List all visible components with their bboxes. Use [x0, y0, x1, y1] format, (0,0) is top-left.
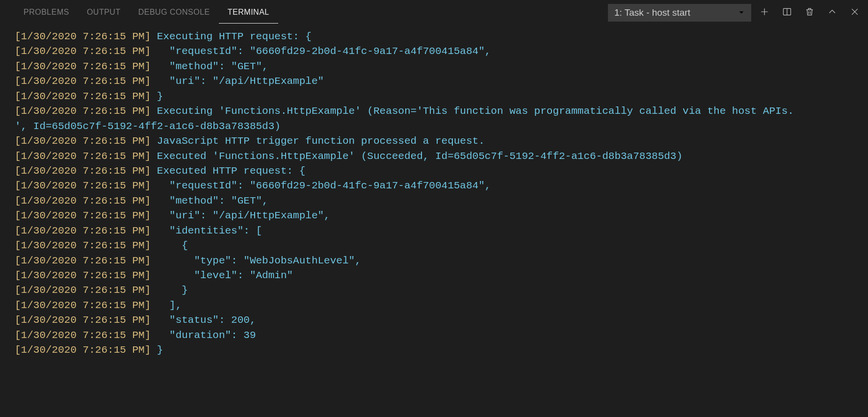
- split-icon: [782, 7, 792, 19]
- panel-header: Problems Output Debug Console Terminal 1…: [0, 0, 868, 26]
- tab-problems[interactable]: Problems: [15, 2, 78, 24]
- split-terminal-button[interactable]: [778, 3, 796, 22]
- close-panel-button[interactable]: [845, 3, 864, 22]
- plus-icon: [760, 7, 769, 19]
- terminal-selector-label: 1: Task - host start: [614, 7, 690, 18]
- chevron-down-icon: [738, 7, 745, 18]
- panel-tabs: Problems Output Debug Console Terminal: [15, 2, 278, 24]
- new-terminal-button[interactable]: [755, 3, 774, 22]
- tab-terminal[interactable]: Terminal: [219, 2, 278, 24]
- maximize-panel-button[interactable]: [823, 3, 842, 22]
- trash-icon: [805, 7, 815, 19]
- terminal-selector-dropdown[interactable]: 1: Task - host start: [608, 4, 751, 22]
- panel-actions: 1: Task - host start: [608, 3, 864, 22]
- kill-terminal-button[interactable]: [800, 3, 819, 22]
- tab-output[interactable]: Output: [78, 2, 130, 24]
- chevron-up-icon: [827, 7, 837, 19]
- tab-debug-console[interactable]: Debug Console: [130, 2, 219, 24]
- terminal-output[interactable]: [1/30/2020 7:26:15 PM] Executing HTTP re…: [0, 26, 868, 363]
- close-icon: [850, 7, 860, 19]
